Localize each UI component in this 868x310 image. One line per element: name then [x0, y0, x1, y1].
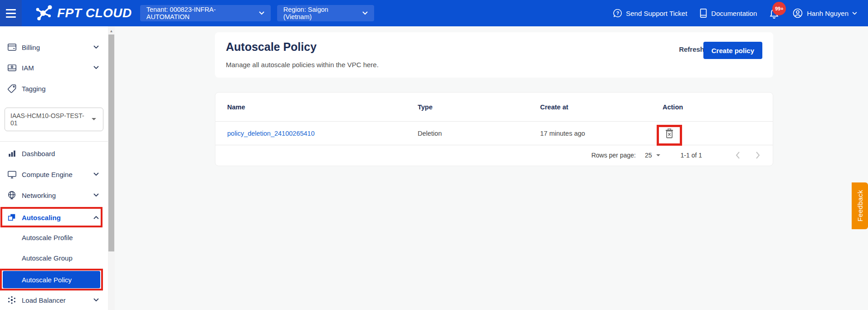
send-support-ticket-button[interactable]: ? Send Support Ticket	[613, 8, 687, 18]
tenant-label: Tenant: 000823-INFRA-AUTOMATION	[146, 6, 251, 20]
chevron-down-icon	[93, 298, 99, 302]
tenant-dropdown[interactable]: Tenant: 000823-INFRA-AUTOMATION	[140, 5, 271, 21]
column-header-name: Name	[227, 93, 245, 122]
sidebar: Billing IAM Tagging IAAS-HCM10-OSP-TEST-…	[0, 26, 108, 310]
page-description: Manage all autoscale policies within the…	[226, 61, 379, 69]
table-pagination: Rows per page: 25 1-1 of 1	[215, 145, 773, 166]
support-chat-icon: ?	[613, 8, 623, 18]
username-label: Hanh Nguyen	[807, 10, 848, 17]
rows-per-page-value: 25	[645, 152, 652, 159]
sidebar-item-label: Dashboard	[22, 150, 55, 157]
top-header: FPT CLOUD Tenant: 000823-INFRA-AUTOMATIO…	[0, 0, 868, 26]
tag-icon	[6, 84, 17, 93]
sidebar-item-label: Networking	[22, 192, 56, 199]
documentation-button[interactable]: Documentation	[699, 8, 757, 18]
chevron-down-icon	[93, 193, 99, 197]
molecule-logo-icon	[35, 5, 54, 22]
region-label: Region: Saigon (Vietnam)	[283, 6, 354, 20]
sidebar-item-autoscale-profile[interactable]: Autoscale Profile	[0, 227, 105, 248]
sidebar-item-iam[interactable]: IAM	[0, 57, 105, 78]
table-header-row: Name Type Create at Action	[215, 93, 773, 122]
sidebar-item-label: Compute Engine	[22, 171, 73, 178]
sidebar-divider	[0, 141, 108, 142]
sidebar-item-label: Load Balancer	[22, 296, 66, 304]
chevron-down-icon	[91, 118, 97, 121]
fpt-cloud-logo: FPT CLOUD	[35, 5, 132, 22]
support-ticket-label: Send Support Ticket	[626, 10, 687, 17]
policy-create-at-cell: 17 minutes ago	[540, 122, 585, 145]
sidebar-item-label: Billing	[22, 44, 40, 51]
column-header-action: Action	[663, 93, 683, 122]
sidebar-item-label: Autoscaling	[22, 214, 61, 221]
scrollbar-thumb[interactable]	[108, 34, 114, 251]
sidebar-subitem-label: Autoscale Policy	[22, 276, 72, 284]
svg-text:?: ?	[616, 11, 619, 16]
policy-type-cell: Deletion	[418, 122, 442, 145]
chevron-down-icon	[852, 12, 857, 15]
chevron-up-icon	[93, 216, 99, 219]
load-balancer-icon	[6, 295, 17, 305]
sidebar-scrollbar: ▲	[108, 26, 115, 310]
documentation-book-icon	[699, 8, 708, 18]
page-header-card: Autoscale Policy Manage all autoscale po…	[215, 32, 773, 78]
table-row: policy_deletion_24100265410 Deletion 17 …	[215, 122, 773, 145]
user-avatar-icon	[792, 8, 803, 19]
sidebar-subitem-label: Autoscale Group	[22, 254, 73, 262]
policy-name-link[interactable]: policy_deletion_24100265410	[227, 130, 315, 137]
billing-icon	[6, 43, 17, 52]
chevron-right-icon	[756, 152, 760, 159]
compute-engine-icon	[6, 170, 17, 179]
chevron-down-icon	[656, 154, 661, 157]
sidebar-item-autoscale-group[interactable]: Autoscale Group	[0, 247, 105, 268]
sidebar-item-networking[interactable]: Networking	[0, 185, 105, 206]
sidebar-subitem-label: Autoscale Profile	[22, 234, 73, 241]
user-menu[interactable]: Hanh Nguyen	[792, 8, 857, 19]
sidebar-item-load-balancer[interactable]: Load Balancer	[0, 290, 105, 310]
sidebar-item-dashboard[interactable]: Dashboard	[0, 143, 105, 164]
feedback-tab[interactable]: Feedback	[852, 182, 868, 229]
logo-text: FPT CLOUD	[57, 6, 132, 20]
column-header-create-at: Create at	[540, 93, 568, 122]
autoscaling-icon	[6, 213, 17, 222]
hamburger-icon	[6, 9, 16, 18]
scrollbar-up-arrow[interactable]: ▲	[108, 28, 115, 34]
previous-page-button[interactable]	[734, 152, 742, 159]
vpc-selected-value: IAAS-HCM10-OSP-TEST-01	[10, 112, 91, 127]
chevron-down-icon	[93, 172, 99, 176]
create-policy-button[interactable]: Create policy	[703, 42, 762, 59]
chevron-down-icon	[93, 45, 99, 49]
chevron-left-icon	[736, 152, 740, 159]
rows-per-page-label: Rows per page:	[591, 152, 636, 159]
dashboard-icon	[6, 149, 17, 157]
sidebar-item-tagging[interactable]: Tagging	[0, 78, 105, 99]
column-header-type: Type	[418, 93, 433, 122]
region-dropdown[interactable]: Region: Saigon (Vietnam)	[277, 5, 374, 21]
sidebar-item-label: IAM	[22, 64, 34, 72]
documentation-label: Documentation	[711, 10, 757, 17]
iam-icon	[6, 63, 17, 72]
policy-table-card: Name Type Create at Action policy_deleti…	[215, 92, 773, 166]
sidebar-item-autoscaling[interactable]: Autoscaling	[0, 208, 105, 227]
rows-per-page-select[interactable]: 25	[645, 152, 661, 159]
notifications-button[interactable]: 99+	[769, 7, 780, 19]
trash-icon	[664, 128, 674, 139]
pagination-range-label: 1-1 of 1	[681, 152, 702, 159]
page-title: Autoscale Policy	[226, 40, 317, 54]
vpc-selector[interactable]: IAAS-HCM10-OSP-TEST-01	[5, 108, 103, 131]
sidebar-item-label: Tagging	[22, 85, 46, 93]
delete-policy-button[interactable]	[664, 128, 674, 139]
sidebar-item-autoscale-policy[interactable]: Autoscale Policy	[3, 271, 100, 288]
hamburger-menu-button[interactable]	[0, 0, 22, 26]
chevron-down-icon	[259, 11, 264, 15]
sidebar-item-compute-engine[interactable]: Compute Engine	[0, 164, 105, 185]
chevron-down-icon	[362, 11, 368, 15]
next-page-button[interactable]	[754, 152, 762, 159]
refresh-button[interactable]: Refresh	[679, 45, 704, 53]
notification-badge: 99+	[772, 2, 786, 15]
chevron-down-icon	[93, 66, 99, 69]
networking-icon	[6, 191, 17, 200]
sidebar-item-billing[interactable]: Billing	[0, 37, 105, 58]
